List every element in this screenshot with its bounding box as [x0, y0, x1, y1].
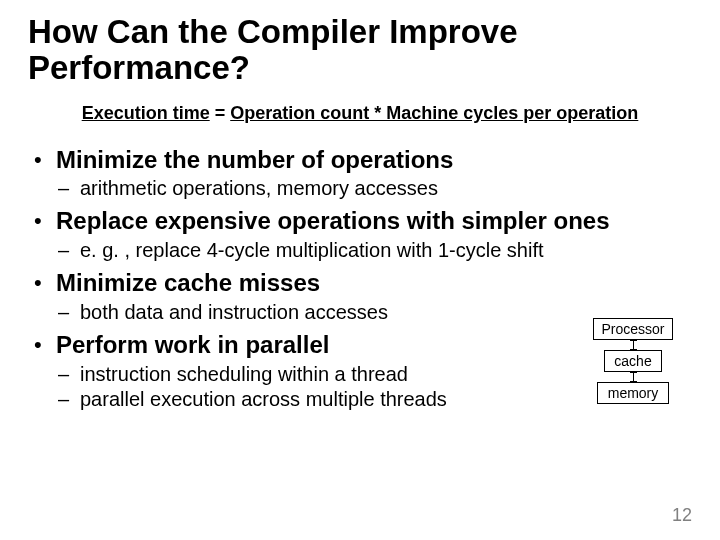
- bullet-text: Minimize cache misses: [56, 269, 692, 298]
- diagram-box-memory: memory: [597, 382, 669, 404]
- list-item: Minimize the number of operations arithm…: [28, 146, 692, 202]
- sub-item: e. g. , replace 4-cycle multiplication w…: [56, 238, 692, 263]
- diagram-box-processor: Processor: [593, 318, 673, 340]
- equation-rhs: Operation count * Machine cycles per ope…: [230, 103, 638, 123]
- diagram-connector: [633, 340, 634, 350]
- equation-lhs: Execution time: [82, 103, 210, 123]
- slide: How Can the Compiler Improve Performance…: [0, 0, 720, 540]
- page-number: 12: [672, 505, 692, 526]
- list-item: Replace expensive operations with simple…: [28, 207, 692, 263]
- diagram-box-cache: cache: [604, 350, 662, 372]
- bullet-text: Replace expensive operations with simple…: [56, 207, 692, 236]
- sub-list: e. g. , replace 4-cycle multiplication w…: [56, 238, 692, 263]
- equation-line: Execution time = Operation count * Machi…: [28, 103, 692, 124]
- list-item: Minimize cache misses both data and inst…: [28, 269, 692, 325]
- slide-title: How Can the Compiler Improve Performance…: [28, 14, 692, 87]
- bullet-text: Minimize the number of operations: [56, 146, 692, 175]
- equation-eq: =: [210, 103, 231, 123]
- diagram-connector: [633, 372, 634, 382]
- sub-item: arithmetic operations, memory accesses: [56, 176, 692, 201]
- memory-hierarchy-diagram: Processor cache memory: [578, 318, 688, 404]
- sub-list: arithmetic operations, memory accesses: [56, 176, 692, 201]
